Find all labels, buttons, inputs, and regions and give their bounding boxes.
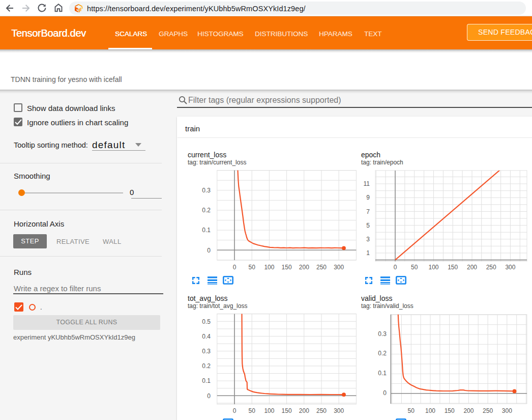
svg-text:100: 100 [264, 264, 274, 271]
svg-text:200: 200 [467, 264, 477, 271]
svg-text:300: 300 [334, 264, 344, 271]
svg-text:100: 100 [425, 407, 435, 414]
svg-text:0.1: 0.1 [202, 227, 211, 234]
svg-text:200: 200 [463, 407, 474, 414]
svg-text:300: 300 [334, 407, 344, 414]
svg-text:0.5: 0.5 [202, 318, 211, 325]
svg-text:0.1: 0.1 [378, 370, 387, 377]
svg-text:0: 0 [233, 264, 237, 271]
svg-text:150: 150 [448, 264, 458, 271]
svg-text:50: 50 [408, 407, 415, 414]
svg-text:0.3: 0.3 [202, 348, 211, 355]
svg-text:0: 0 [207, 247, 211, 254]
svg-text:0: 0 [207, 393, 211, 400]
svg-text:0.4: 0.4 [202, 333, 211, 340]
svg-text:0.1: 0.1 [202, 377, 211, 384]
svg-text:100: 100 [264, 407, 274, 414]
svg-text:0.3: 0.3 [378, 330, 387, 338]
svg-text:50: 50 [249, 407, 256, 414]
svg-text:5: 5 [366, 222, 370, 229]
svg-text:50: 50 [249, 264, 256, 271]
svg-text:7: 7 [366, 208, 370, 215]
svg-text:250: 250 [316, 407, 327, 414]
svg-text:150: 150 [282, 264, 292, 271]
svg-text:200: 200 [299, 407, 309, 414]
svg-text:0: 0 [394, 264, 397, 271]
svg-text:300: 300 [502, 407, 512, 414]
svg-text:150: 150 [282, 407, 292, 414]
svg-text:3: 3 [366, 236, 370, 243]
svg-text:1: 1 [366, 249, 370, 257]
svg-text:0.2: 0.2 [202, 207, 211, 214]
svg-text:0.2: 0.2 [378, 350, 387, 357]
svg-text:11: 11 [364, 180, 370, 187]
svg-text:200: 200 [299, 264, 309, 271]
svg-text:300: 300 [505, 264, 515, 271]
svg-text:250: 250 [486, 264, 496, 271]
svg-text:100: 100 [428, 264, 438, 271]
svg-text:9: 9 [366, 194, 370, 201]
svg-text:150: 150 [445, 407, 455, 414]
svg-text:0.2: 0.2 [202, 362, 211, 370]
svg-text:0: 0 [233, 407, 237, 414]
svg-text:50: 50 [411, 264, 418, 271]
svg-text:250: 250 [316, 264, 327, 271]
svg-text:250: 250 [483, 407, 493, 414]
svg-text:0.3: 0.3 [202, 187, 211, 194]
svg-text:0: 0 [383, 389, 387, 397]
